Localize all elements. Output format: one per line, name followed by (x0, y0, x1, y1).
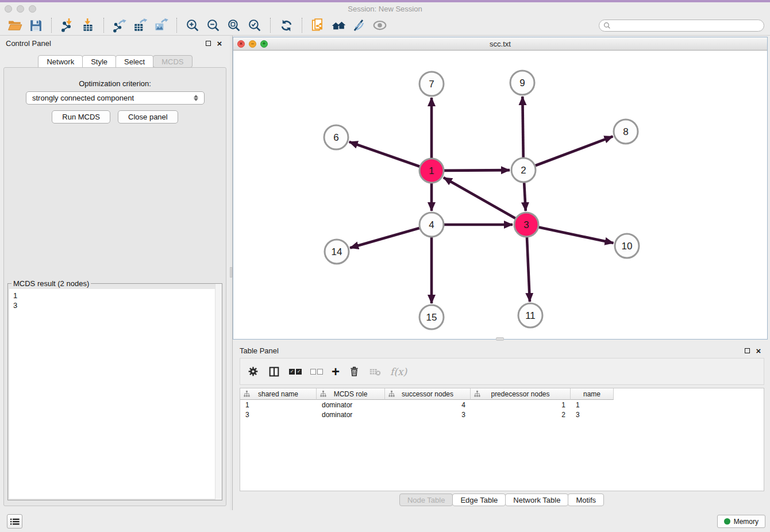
mcds-result-title: MCDS result (2 nodes) (11, 279, 91, 288)
table-row[interactable]: 1dominator411 (240, 400, 764, 410)
cell-predecessor-nodes[interactable]: 2 (471, 411, 571, 419)
tab-network-table[interactable]: Network Table (505, 494, 568, 506)
refresh-view-icon[interactable] (278, 17, 295, 33)
edge-1-2[interactable] (444, 170, 510, 171)
column-header-successor-nodes[interactable]: successor nodes (385, 388, 471, 400)
delete-columns-icon[interactable] (348, 364, 360, 380)
node-7[interactable]: 7 (419, 72, 444, 96)
control-panel-header: Control Panel × (0, 36, 230, 51)
close-table-panel-icon[interactable]: × (754, 346, 763, 355)
search-input[interactable] (614, 21, 760, 29)
select-all-rows-icon[interactable]: ✓✓ (289, 364, 302, 380)
memory-button[interactable]: Memory (717, 515, 765, 528)
tab-edge-table[interactable]: Edge Table (452, 494, 506, 506)
edge-1-6[interactable] (349, 142, 420, 167)
cell-predecessor-nodes[interactable]: 1 (471, 401, 571, 409)
cell-name[interactable]: 1 (571, 401, 614, 409)
result-line: 3 (13, 300, 221, 310)
column-header-shared-name[interactable]: shared name (240, 388, 317, 400)
run-mcds-button[interactable]: Run MCDS (52, 110, 110, 124)
node-8[interactable]: 8 (614, 119, 638, 144)
export-network-icon[interactable] (111, 17, 128, 33)
tab-network[interactable]: Network (38, 55, 83, 68)
open-file-icon[interactable] (6, 17, 24, 33)
edge-2-3[interactable] (524, 183, 526, 211)
cell-successor-nodes[interactable]: 4 (385, 401, 471, 409)
search-box[interactable] (599, 20, 764, 32)
deselect-all-rows-icon[interactable] (310, 364, 323, 380)
column-visibility-icon[interactable] (268, 364, 280, 380)
node-6[interactable]: 6 (324, 125, 348, 149)
attribute-settings-icon[interactable] (247, 364, 259, 380)
mcds-panel: Optimization criterion: strongly connect… (3, 67, 226, 506)
save-session-icon[interactable] (27, 17, 44, 33)
node-15[interactable]: 15 (419, 305, 444, 329)
hide-selected-icon[interactable] (371, 17, 388, 33)
style-preview-icon[interactable] (351, 17, 368, 33)
edge-2-8[interactable] (536, 136, 613, 165)
tab-style[interactable]: Style (82, 55, 116, 68)
column-header-mcds-role[interactable]: MCDS role (317, 388, 385, 400)
zoom-in-icon[interactable] (184, 17, 201, 33)
node-3[interactable]: 3 (514, 213, 538, 237)
node-4[interactable]: 4 (419, 213, 444, 237)
svg-text:7: 7 (429, 79, 434, 90)
toolbar-separator (270, 18, 271, 33)
cell-successor-nodes[interactable]: 3 (385, 411, 471, 419)
cell-mcds-role[interactable]: dominator (317, 411, 385, 419)
float-panel-icon[interactable] (203, 38, 213, 48)
cell-shared-name[interactable]: 3 (240, 411, 317, 419)
fit-content-icon[interactable] (225, 17, 242, 33)
node-9[interactable]: 9 (510, 71, 534, 95)
node-table[interactable]: shared nameMCDS rolesuccessor nodesprede… (240, 388, 764, 491)
result-scrollbar[interactable] (215, 284, 222, 500)
edge-3-1[interactable] (444, 178, 515, 218)
horizontal-splitter-handle[interactable] (496, 337, 504, 341)
tab-motifs[interactable]: Motifs (568, 494, 604, 506)
edge-3-10[interactable] (539, 228, 614, 243)
network-canvas[interactable]: 7968124314101511 (233, 51, 767, 339)
node-1[interactable]: 1 (419, 159, 444, 183)
criterion-select[interactable]: strongly connected component (26, 91, 205, 105)
control-panel-tabs: NetworkStyleSelectMCDS (0, 55, 230, 68)
network-window-titlebar[interactable]: × − + scc.txt (233, 37, 767, 51)
close-panel-icon[interactable]: × (215, 38, 224, 48)
edge-2-9[interactable] (522, 97, 523, 157)
tab-select[interactable]: Select (116, 55, 153, 68)
close-panel-button[interactable]: Close panel (118, 110, 178, 124)
cell-name[interactable]: 3 (571, 411, 614, 419)
column-header-name[interactable]: name (571, 388, 614, 400)
task-history-button[interactable] (7, 514, 22, 529)
zoom-selected-icon[interactable] (246, 17, 263, 33)
control-panel-title: Control Panel (6, 39, 201, 48)
edge-3-11[interactable] (527, 237, 530, 302)
edge-4-14[interactable] (350, 228, 419, 248)
result-line: 1 (13, 291, 221, 300)
memory-label: Memory (734, 518, 759, 526)
first-neighbors-icon[interactable] (330, 17, 347, 33)
main-toolbar (0, 16, 770, 36)
cell-mcds-role[interactable]: dominator (317, 401, 385, 409)
cell-shared-name[interactable]: 1 (240, 401, 317, 409)
new-network-icon[interactable] (309, 17, 326, 33)
tab-node-table[interactable]: Node Table (399, 494, 453, 506)
float-table-panel-icon[interactable] (742, 346, 752, 355)
splitter-handle[interactable] (230, 267, 232, 277)
tab-mcds[interactable]: MCDS (153, 55, 192, 68)
zoom-out-icon[interactable] (205, 17, 222, 33)
export-table-icon[interactable] (132, 17, 149, 33)
node-14[interactable]: 14 (325, 240, 349, 264)
node-10[interactable]: 10 (615, 234, 639, 258)
node-11[interactable]: 11 (518, 303, 542, 327)
table-panel: Table Panel × ✓✓ + f(x) shared nameMCDS … (233, 343, 770, 510)
create-column-icon[interactable]: + (332, 364, 340, 380)
import-network-icon[interactable] (59, 17, 76, 33)
import-table-icon[interactable] (79, 17, 97, 33)
node-2[interactable]: 2 (511, 158, 536, 182)
export-image-icon[interactable] (152, 17, 170, 33)
table-row[interactable]: 3dominator323 (240, 410, 764, 419)
column-header-predecessor-nodes[interactable]: predecessor nodes (471, 388, 571, 400)
network-graph[interactable]: 7968124314101511 (233, 51, 767, 339)
toolbar-separator (176, 18, 177, 33)
toolbar-separator (103, 18, 104, 33)
